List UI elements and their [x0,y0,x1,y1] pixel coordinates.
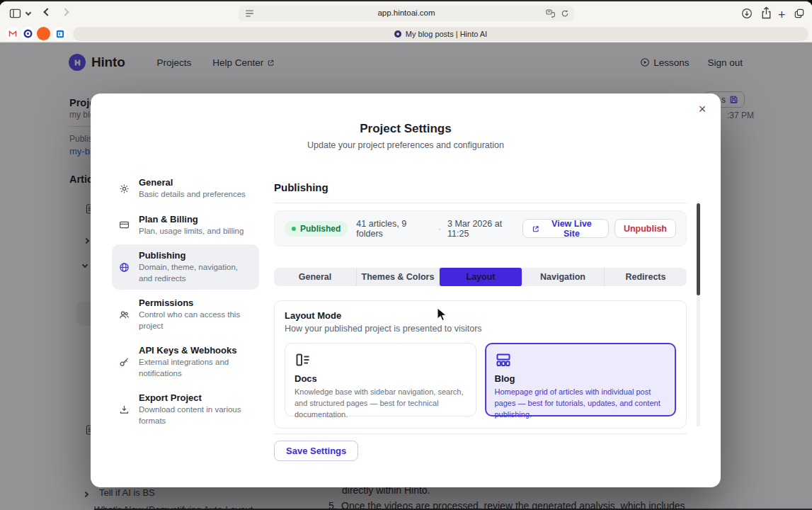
status-separator: · [438,224,441,234]
address-bar[interactable]: app.hintoai.com [239,6,574,21]
tab-title: My blog posts | Hinto AI [406,30,487,38]
modal-scrollbar-thumb[interactable] [697,203,700,295]
layout-mode-description: How your published project is presented … [285,324,676,334]
layout-mode-card: Layout Mode How your published project i… [274,300,687,429]
settings-nav: General Basic details and preferences Pl… [112,171,259,434]
modal-title: Project Settings [91,122,721,136]
status-dot [292,227,296,231]
new-tab-icon[interactable]: + [778,8,786,23]
favicon-blue-circle[interactable] [21,27,35,40]
layout-option-desc: Knowledge base with sidebar navigation, … [295,387,467,421]
chevron-down-icon[interactable] [26,11,30,15]
favicon-calendar[interactable] [53,27,67,40]
screen: app.hintoai.com + [0,0,812,510]
settings-nav-label: Export Project [139,392,252,403]
status-counts: 41 articles, 9 folders [356,219,431,239]
settings-nav-desc: Domain, theme, navigation, and redirects [139,262,252,284]
back-icon[interactable] [45,9,50,15]
settings-nav-label: General [139,177,246,188]
forward-icon [62,9,68,15]
sidebar-toggle-icon[interactable] [9,8,21,18]
settings-nav-label: Publishing [139,250,252,261]
status-badge: Published [285,221,348,237]
layout-options: Docs Knowledge base with sidebar navigat… [285,343,676,416]
settings-nav-publishing[interactable]: Publishing Domain, theme, navigation, an… [112,244,259,290]
settings-nav-desc: Download content in various formats [139,404,252,426]
key-icon [119,345,132,379]
tab-favicon [394,30,401,38]
download-tray-icon [119,392,132,426]
settings-nav-api-keys[interactable]: API Keys & Webhooks External integration… [112,339,259,385]
settings-nav-desc: External integrations and notifications [139,357,252,379]
unpublish-label: Unpublish [624,224,667,234]
credit-card-icon [119,214,132,237]
save-settings-label: Save Settings [286,446,346,456]
favicon-gmail[interactable] [6,27,19,40]
tab-general[interactable]: General [274,268,357,286]
tab-redirects[interactable]: Redirects [605,268,687,286]
tab-overview-icon[interactable] [794,8,805,19]
settings-nav-desc: Plan, usage limits, and billing [139,226,244,237]
unpublish-button[interactable]: Unpublish [614,219,676,238]
tab-navigation[interactable]: Navigation [522,268,605,286]
view-live-site-button[interactable]: View Live Site [522,219,609,238]
save-settings-button[interactable]: Save Settings [274,441,358,461]
translate-icon[interactable] [546,9,555,18]
layout-option-blog[interactable]: Blog Homepage grid of articles with indi… [485,343,677,416]
settings-content: Publishing Published 41 articles, 9 fold… [274,173,687,461]
status-date: 3 Mar 2026 at 11:25 [447,219,522,239]
settings-nav-desc: Basic details and preferences [139,189,246,200]
url-text: app.hintoai.com [239,8,574,17]
settings-nav-general[interactable]: General Basic details and preferences [112,171,259,206]
modal-subtitle: Update your project preferences and conf… [91,140,721,150]
browser-chrome: app.hintoai.com + [0,1,812,42]
download-icon[interactable] [741,8,753,19]
docs-layout-icon [295,351,467,368]
content-divider [274,434,687,434]
section-heading: Publishing [274,173,687,203]
close-icon[interactable]: × [694,101,711,118]
layout-option-desc: Homepage grid of articles with individua… [495,387,667,421]
reload-icon[interactable] [561,9,569,18]
status-badge-label: Published [300,224,341,234]
settings-nav-label: Plan & Billing [139,214,244,225]
layout-mode-title: Layout Mode [285,310,676,321]
settings-nav-desc: Control who can access this project [139,310,252,332]
settings-nav-export[interactable]: Export Project Download content in vario… [112,387,259,432]
view-live-site-label: View Live Site [544,219,600,239]
layout-option-name: Docs [295,373,467,384]
blog-layout-icon [495,351,667,368]
users-icon [119,298,132,332]
settings-nav-permissions[interactable]: Permissions Control who can access this … [112,292,259,337]
globe-icon [119,250,132,284]
mouse-cursor [437,307,447,322]
modal-scrollbar-track[interactable] [697,201,700,426]
settings-nav-label: Permissions [139,298,252,308]
settings-nav-plan-billing[interactable]: Plan & Billing Plan, usage limits, and b… [112,208,259,243]
share-icon[interactable] [761,6,772,19]
browser-tab[interactable]: My blog posts | Hinto AI [73,27,808,41]
tab-layout[interactable]: Layout [440,268,522,286]
publish-status-card: Published 41 articles, 9 folders · 3 Mar… [274,210,687,246]
external-link-icon [532,225,539,233]
settings-nav-label: API Keys & Webhooks [139,345,252,356]
project-settings-modal: × Project Settings Update your project p… [91,94,721,487]
publishing-tabs: General Themes & Colors Layout Navigatio… [274,268,687,286]
tab-themes-colors[interactable]: Themes & Colors [357,268,440,286]
gear-icon [119,177,132,200]
layout-option-docs[interactable]: Docs Knowledge base with sidebar navigat… [285,343,476,416]
layout-option-name: Blog [495,373,667,384]
favicon-orange-circle[interactable] [37,27,50,40]
